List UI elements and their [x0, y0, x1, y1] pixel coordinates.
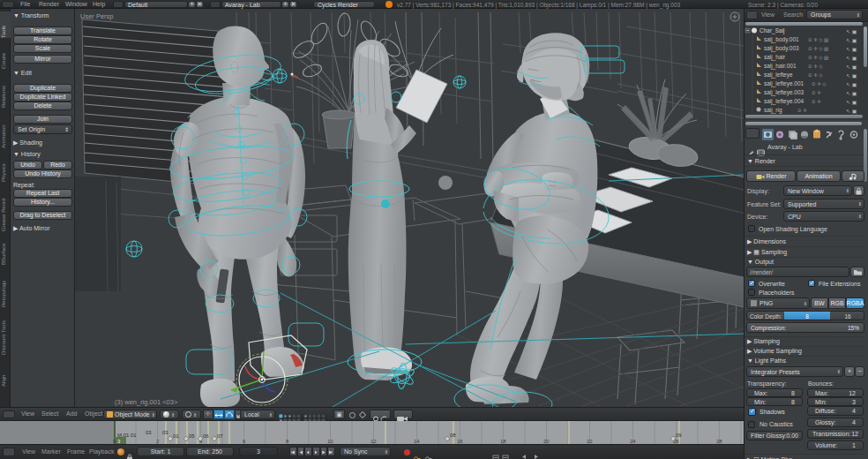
svg-text:saij_lefteye: saij_lefteye — [764, 71, 793, 79]
svg-text:saij_lefteye.001: saij_lefteye.001 — [764, 80, 804, 87]
svg-text:(3) wen_rig.001 <03>: (3) wen_rig.001 <03> — [115, 398, 178, 406]
svg-text:05: 05 — [189, 433, 195, 439]
svg-text:saij_lefteye.004: saij_lefteye.004 — [764, 98, 804, 105]
svg-text:User Persp: User Persp — [80, 12, 114, 20]
svg-text:saij_body.003: saij_body.003 — [764, 45, 799, 52]
svg-text:⊙ ✛ ◇: ⊙ ✛ ◇ — [812, 81, 827, 87]
svg-text:↖ ▣: ↖ ▣ — [846, 38, 857, 43]
svg-text:↖ ▣: ↖ ▣ — [846, 47, 857, 52]
svg-text:⊙ ✛ ◇ ▤: ⊙ ✛ ◇ ▤ — [808, 46, 828, 51]
svg-text:03: 03 — [162, 430, 168, 435]
svg-text:↖ ▣: ↖ ▣ — [846, 100, 857, 105]
svg-text:07: 07 — [217, 433, 223, 439]
svg-text:saij_hair: saij_hair — [764, 54, 786, 61]
svg-text:↖ ▣: ↖ ▣ — [846, 29, 857, 34]
svg-text:⊙ ✛ ◇ ▤: ⊙ ✛ ◇ ▤ — [808, 55, 828, 60]
svg-text:↖ ▣: ↖ ▣ — [846, 109, 857, 114]
svg-text:saij_rig: saij_rig — [764, 107, 782, 114]
svg-text:↖ ▣: ↖ ▣ — [846, 91, 857, 96]
svg-text:⊙ ✛: ⊙ ✛ — [812, 99, 821, 104]
svg-text:06: 06 — [203, 433, 209, 439]
svg-text:↖ ▣: ↖ ▣ — [846, 82, 857, 87]
svg-text:08: 08 — [450, 433, 456, 438]
svg-text:saij_lefteye.003: saij_lefteye.003 — [764, 89, 804, 96]
svg-text:Char_Saij: Char_Saij — [760, 27, 785, 34]
svg-text:⊙ ✛: ⊙ ✛ — [797, 108, 807, 113]
svg-text:⊙ ✛ ◇ ▤: ⊙ ✛ ◇ ▤ — [808, 37, 828, 42]
svg-text:↖ ▣: ↖ ▣ — [846, 56, 857, 61]
svg-text:09: 09 — [676, 433, 682, 438]
svg-text:saij_hair.001: saij_hair.001 — [764, 63, 797, 70]
svg-text:M.01 01: M.01 01 — [117, 433, 137, 438]
svg-text:saij_body.001: saij_body.001 — [764, 36, 799, 43]
svg-text:⊙ ✛ ◇: ⊙ ✛ ◇ — [808, 64, 823, 69]
svg-text:↖ ▣: ↖ ▣ — [846, 64, 857, 70]
svg-text:↖ ▣: ↖ ▣ — [846, 73, 857, 79]
svg-text:01: 01 — [173, 433, 179, 439]
svg-text:⊙ ✛: ⊙ ✛ — [812, 90, 821, 95]
svg-text:⊙ ✛ ◇: ⊙ ✛ ◇ — [808, 72, 823, 78]
svg-text:03: 03 — [146, 430, 152, 435]
